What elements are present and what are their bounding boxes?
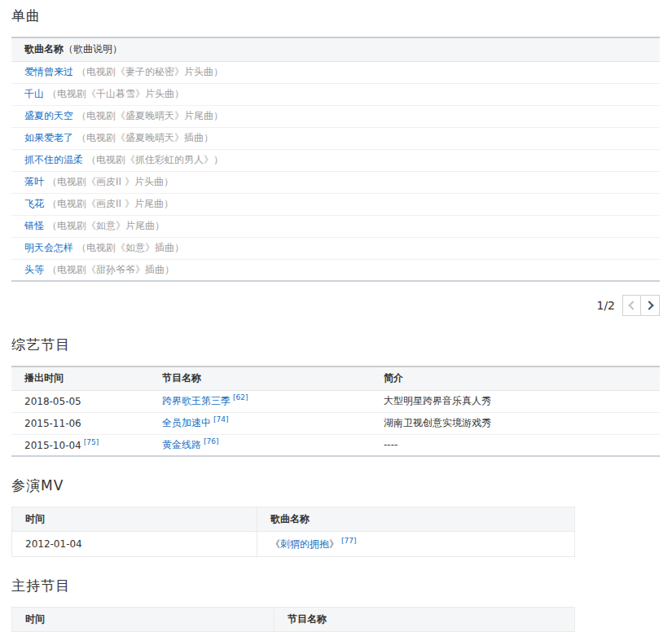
citation-link[interactable]: [76] (204, 437, 218, 445)
table-row: 2012-01-04 《刺猬的拥抱》[77] (12, 532, 575, 557)
song-note: （电视剧《如意》片尾曲） (47, 220, 165, 231)
section-title-mv: 参演MV (11, 476, 660, 495)
mv-header-row: 时间 歌曲名称 (12, 507, 575, 532)
show-desc: 大型明星跨界音乐真人秀 (371, 390, 660, 412)
show-link[interactable]: 全员加速中 (162, 417, 211, 428)
hosting-header-row: 时间 节目名称 (12, 608, 575, 632)
song-link[interactable]: 如果爱老了 (24, 132, 73, 143)
song-link[interactable]: 抓不住的温柔 (24, 154, 83, 165)
air-date: 2015-11-06 (11, 412, 149, 434)
pagination-buttons (622, 295, 660, 316)
table-row: 千山（电视剧《千山暮雪》片头曲） (11, 83, 660, 105)
mv-date: 2012-01-04 (12, 532, 257, 557)
air-date: 2018-05-05 (11, 390, 149, 412)
mv-header-name: 歌曲名称 (257, 507, 575, 532)
song-note: （电视剧《盛夏晚晴天》插曲） (77, 132, 213, 143)
table-row: 2015-10-04[75] 黄金线路[76] ---- (11, 434, 660, 456)
show-link[interactable]: 跨界歌王第三季 (162, 395, 231, 406)
song-note: （电视剧《如意》插曲） (77, 242, 184, 253)
bracket: 》 (329, 538, 339, 550)
song-link[interactable]: 落叶 (24, 176, 44, 187)
singles-header-name: 歌曲名称 (24, 43, 64, 55)
citation-link[interactable]: [62] (233, 393, 248, 402)
singles-header-cell: 歌曲名称（歌曲说明） (11, 37, 660, 61)
section-title-variety: 综艺节目 (11, 336, 660, 354)
song-link[interactable]: 飞花 (24, 198, 44, 209)
table-row: 爱情曾来过（电视剧《妻子的秘密》片头曲） (11, 61, 660, 83)
air-date: 2015-10-04[75] (11, 434, 149, 456)
show-link[interactable]: 黄金线路 (162, 439, 201, 450)
hosting-header-date: 时间 (12, 608, 275, 632)
song-link[interactable]: 千山 (24, 88, 44, 99)
citation-link[interactable]: [77] (341, 537, 356, 545)
mv-table: 时间 歌曲名称 2012-01-04 《刺猬的拥抱》[77] (11, 507, 575, 557)
song-note: （电视剧《画皮II 》片尾曲） (47, 198, 173, 209)
song-link[interactable]: 爱情曾来过 (24, 66, 73, 77)
song-note: （电视剧《妻子的秘密》片头曲） (77, 66, 223, 77)
hosting-header-name: 节目名称 (275, 608, 575, 632)
variety-header-date: 播出时间 (11, 366, 149, 390)
variety-header-name: 节目名称 (149, 366, 371, 390)
show-desc: 湖南卫视创意实境游戏秀 (371, 412, 660, 434)
song-link[interactable]: 盛夏的天空 (24, 110, 73, 121)
citation-link[interactable]: [75] (84, 438, 99, 446)
prev-page-button[interactable] (622, 295, 641, 316)
chevron-right-icon (644, 301, 653, 309)
show-desc: ---- (371, 434, 660, 456)
table-row: 头等（电视剧《甜孙爷爷》插曲） (11, 259, 660, 281)
table-row: 抓不住的温柔（电视剧《抓住彩虹的男人》） (11, 149, 660, 171)
citation-link[interactable]: [74] (213, 415, 228, 424)
singles-header-row: 歌曲名称（歌曲说明） (11, 37, 660, 61)
singles-table: 歌曲名称（歌曲说明） 爱情曾来过（电视剧《妻子的秘密》片头曲） 千山（电视剧《千… (11, 37, 660, 282)
page-indicator: 1/2 (596, 299, 615, 312)
mv-song-link[interactable]: 刺猬的拥抱 (280, 538, 329, 550)
next-page-button[interactable] (641, 295, 660, 316)
mv-header-date: 时间 (12, 507, 257, 532)
bracket: 《 (270, 538, 280, 550)
variety-table: 播出时间 节目名称 简介 2018-05-05 跨界歌王第三季[62] 大型明星… (11, 366, 660, 457)
song-note: （电视剧《盛夏晚晴天》片尾曲） (77, 110, 223, 121)
chevron-left-icon (628, 301, 637, 309)
song-link[interactable]: 头等 (24, 264, 44, 275)
table-row: 盛夏的天空（电视剧《盛夏晚晴天》片尾曲） (11, 105, 660, 127)
table-row: 落叶（电视剧《画皮II 》片头曲） (11, 171, 660, 193)
singles-header-note: （歌曲说明） (64, 43, 122, 55)
pagination: 1/2 (11, 295, 660, 316)
variety-header-row: 播出时间 节目名称 简介 (11, 366, 660, 390)
section-title-singles: 单曲 (11, 7, 660, 25)
hosting-table: 时间 节目名称 2003年 《黄金岁月II》 (11, 607, 575, 632)
table-row: 2015-11-06 全员加速中[74] 湖南卫视创意实境游戏秀 (11, 412, 660, 434)
table-row: 错怪（电视剧《如意》片尾曲） (11, 215, 660, 237)
song-note: （电视剧《画皮II 》片头曲） (47, 176, 173, 187)
table-row: 如果爱老了（电视剧《盛夏晚晴天》插曲） (11, 127, 660, 149)
variety-header-desc: 简介 (371, 366, 660, 390)
song-note: （电视剧《甜孙爷爷》插曲） (47, 264, 174, 275)
song-note: （电视剧《千山暮雪》片头曲） (47, 88, 184, 99)
table-row: 明天会怎样（电视剧《如意》插曲） (11, 237, 660, 259)
table-row: 2018-05-05 跨界歌王第三季[62] 大型明星跨界音乐真人秀 (11, 390, 660, 412)
section-title-hosting: 主持节目 (11, 577, 660, 595)
song-note: （电视剧《抓住彩虹的男人》） (86, 154, 223, 165)
song-link[interactable]: 明天会怎样 (24, 242, 73, 253)
table-row: 飞花（电视剧《画皮II 》片尾曲） (11, 193, 660, 215)
article-body: 单曲 歌曲名称（歌曲说明） 爱情曾来过（电视剧《妻子的秘密》片头曲） 千山（电视… (0, 0, 672, 632)
song-link[interactable]: 错怪 (24, 220, 44, 231)
